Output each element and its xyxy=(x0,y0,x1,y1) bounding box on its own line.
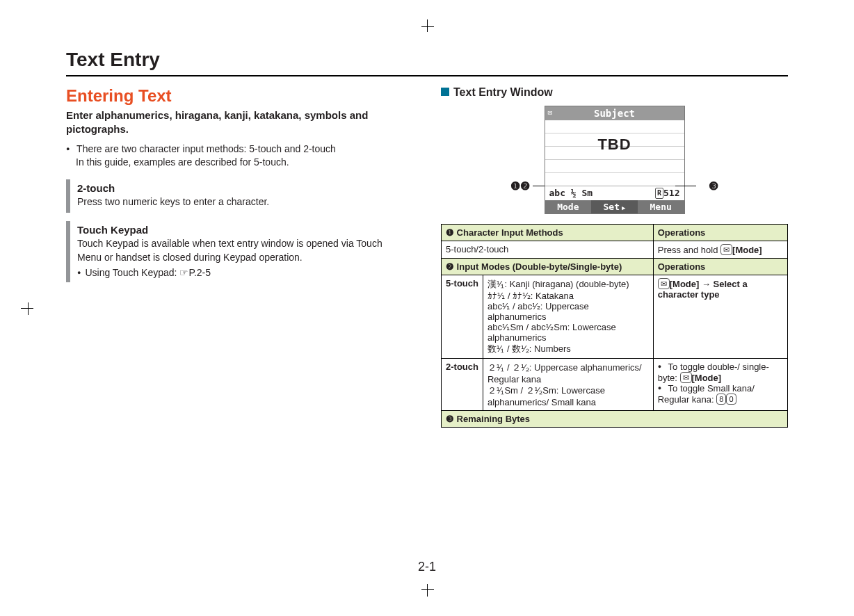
mail-key-icon: ✉ xyxy=(680,372,692,383)
intro-item: There are two character input methods: 5… xyxy=(66,143,413,170)
note-title: Touch Keypad xyxy=(77,224,408,236)
th-remaining-bytes: ❸ Remaining Bytes xyxy=(442,411,788,428)
r-marker: R xyxy=(655,188,663,199)
phone-title: Subject xyxy=(594,108,635,119)
callout-line xyxy=(675,186,696,186)
phone-canvas: TBD xyxy=(545,120,684,186)
td-modes: 漢¹⁄₁: Kanji (hiragana) (double-byte) ｶﾅ¹… xyxy=(483,275,653,359)
left-column: Entering Text Enter alphanumerics, hirag… xyxy=(66,86,413,428)
mode-line: 数¹⁄₁ / 数¹⁄₂: Numbers xyxy=(488,343,649,355)
phone-mock-wrap: ❶❷ ✉ Subject TBD abc ½ Sm R512 Mode Set xyxy=(441,106,788,214)
table-row: 5-touch/2-touch Press and hold ✉[Mode] xyxy=(442,241,788,259)
callout-left: ❶❷ xyxy=(510,179,530,193)
crop-mark xyxy=(421,26,434,27)
mail-key-icon: ✉ xyxy=(658,278,670,289)
mail-key-icon: ✉ xyxy=(720,244,732,255)
table-row: 5-touch 漢¹⁄₁: Kanji (hiragana) (double-b… xyxy=(442,275,788,359)
op-prefix: Press and hold xyxy=(658,245,720,255)
square-bullet-icon xyxy=(441,88,449,96)
crop-mark xyxy=(21,308,33,309)
phone-titlebar: ✉ Subject xyxy=(545,106,684,120)
note-subitem: Using Touch Keypad: ☞P.2-5 xyxy=(77,267,408,278)
op-suffix: [Mode] xyxy=(732,245,762,255)
intro-item-subtext: In this guide, examples are described fo… xyxy=(76,156,289,168)
td-operation: Press and hold ✉[Mode] xyxy=(653,241,787,259)
status-right-val: 512 xyxy=(663,188,679,198)
note-sublist: Using Touch Keypad: ☞P.2-5 xyxy=(77,267,408,278)
td-modes: ２¹⁄₁ / ２¹⁄₂: Uppercase alphanumerics/ Re… xyxy=(483,359,653,411)
crop-mark xyxy=(28,302,29,315)
row-label-5touch: 5-touch xyxy=(442,275,483,359)
status-right: R512 xyxy=(655,188,680,199)
mode-line: ２¹⁄₁Sm / ２¹⁄₂Sm: Lowercase alphanumerics… xyxy=(488,384,649,407)
mode-line: abc¹⁄₁ / abc¹⁄₂: Uppercase alphanumerics xyxy=(488,301,649,322)
section-heading: Entering Text xyxy=(66,86,413,106)
intro-list: There are two character input methods: 5… xyxy=(66,143,413,170)
modes-table: ❶ Character Input Methods Operations 5-t… xyxy=(441,224,788,428)
table-row: ❸ Remaining Bytes xyxy=(442,411,788,428)
phone-mock: ✉ Subject TBD abc ½ Sm R512 Mode Set Men… xyxy=(545,106,685,214)
td-operation: To toggle double-/ single-byte: ✉[Mode] … xyxy=(653,359,787,411)
intro-item-text: There are two character input methods: 5… xyxy=(76,143,336,154)
table-row: 2-touch ２¹⁄₁ / ２¹⁄₂: Uppercase alphanume… xyxy=(442,359,788,411)
key-0-icon: 0 xyxy=(726,394,736,405)
phone-softkeys: Mode Set Menu xyxy=(545,200,684,213)
table-row: ❷ Input Modes (Double-byte/Single-byte) … xyxy=(442,259,788,275)
mode-line: ｶﾅ¹⁄₁ / ｶﾅ¹⁄₂: Katakana xyxy=(488,291,649,301)
crop-mark xyxy=(421,589,434,590)
crop-mark xyxy=(427,584,428,597)
softkey-mid: Set xyxy=(591,200,638,213)
op-pre: To toggle Small kana/ Regular kana: xyxy=(658,383,755,405)
row-label-2touch: 2-touch xyxy=(442,359,483,411)
op-text: [Mode] → Select a character type xyxy=(658,279,748,300)
td-operation: ✉[Mode] → Select a character type xyxy=(653,275,787,359)
callout-right: ❸ xyxy=(709,179,718,193)
note-title: 2-touch xyxy=(77,182,408,194)
th-char-input: ❶ Character Input Methods xyxy=(442,225,654,241)
page-title: Text Entry xyxy=(66,49,788,76)
status-left: abc ½ Sm xyxy=(549,188,593,199)
th-operations: Operations xyxy=(653,225,787,241)
lead-text: Enter alphanumerics, hiragana, kanji, ka… xyxy=(66,108,413,137)
table-row: ❶ Character Input Methods Operations xyxy=(442,225,788,241)
page-number: 2-1 xyxy=(0,560,854,574)
mode-line: ２¹⁄₁ / ２¹⁄₂: Uppercase alphanumerics/ Re… xyxy=(488,362,649,384)
phone-statusbar: abc ½ Sm R512 xyxy=(545,186,684,200)
mode-line: 漢¹⁄₁: Kanji (hiragana) (double-byte) xyxy=(488,278,649,291)
th-input-modes: ❷ Input Modes (Double-byte/Single-byte) xyxy=(442,259,654,275)
softkey-right: Menu xyxy=(638,200,684,213)
subheading: Text Entry Window xyxy=(441,86,788,99)
right-column: Text Entry Window ❶❷ ✉ Subject TBD abc ½… xyxy=(441,86,788,428)
softkey-left: Mode xyxy=(545,200,592,213)
th-operations: Operations xyxy=(653,259,787,275)
subheading-text: Text Entry Window xyxy=(453,86,553,98)
op-post: [Mode] xyxy=(692,373,722,383)
mode-line: abc¹⁄₁Sm / abc¹⁄₂Sm: Lowercase alphanume… xyxy=(488,322,649,343)
td-methods: 5-touch/2-touch xyxy=(442,241,654,259)
key-8-icon: 8 xyxy=(716,394,726,405)
op-line: To toggle double-/ single-byte: ✉[Mode] xyxy=(658,362,783,383)
note-2touch: 2-touch Press two numeric keys to enter … xyxy=(66,179,413,213)
note-touch-keypad: Touch Keypad Touch Keypad is available w… xyxy=(66,221,413,282)
note-body: Press two numeric keys to enter a charac… xyxy=(77,195,408,209)
mail-icon: ✉ xyxy=(548,108,553,117)
crop-mark xyxy=(427,19,428,32)
note-body: Touch Keypad is available when text entr… xyxy=(77,237,408,264)
op-line: To toggle Small kana/ Regular kana: 80 xyxy=(658,383,783,405)
